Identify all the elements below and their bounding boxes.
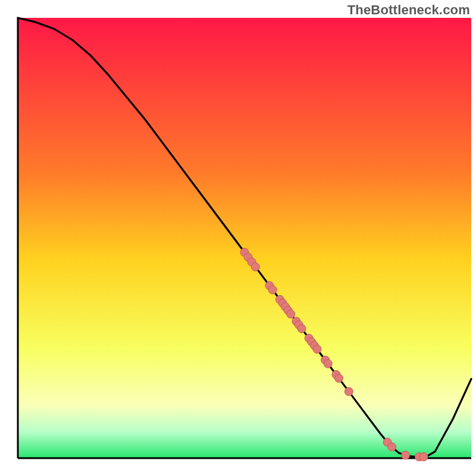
plot-area (18, 18, 471, 461)
data-point (268, 286, 277, 294)
data-point (402, 451, 410, 459)
bottleneck-chart (0, 0, 476, 476)
data-point (313, 345, 321, 353)
data-point (345, 387, 353, 396)
data-point (419, 453, 428, 461)
data-point (298, 324, 306, 333)
gradient-background (18, 18, 471, 458)
chart-stage: TheBottleneck.com (0, 0, 476, 476)
data-point (388, 443, 396, 451)
data-point (324, 359, 332, 368)
data-point (251, 262, 259, 271)
data-point (287, 310, 295, 318)
data-point (335, 374, 343, 383)
